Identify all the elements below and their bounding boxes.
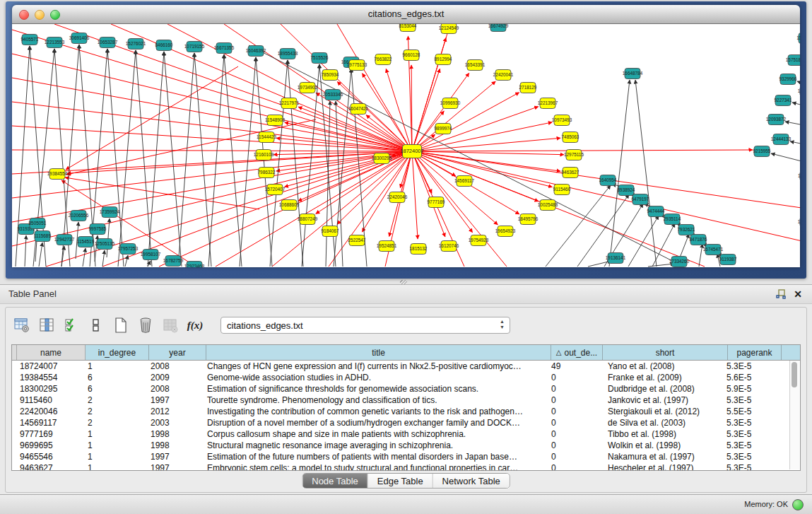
cell-pagerank[interactable]: 5.3E-5 [723,429,776,439]
cell-title[interactable]: Changes of HCN gene expression and I(f) … [204,361,548,371]
graph-node[interactable]: 19775133 [347,60,367,71]
cell-title[interactable]: Corpus callosum shape and size in male p… [204,429,548,439]
graph-node[interactable]: 12975115 [564,150,584,160]
graph-node[interactable]: 2522547 [348,235,366,246]
graph-node[interactable]: 10996930 [440,98,461,109]
table-row[interactable]: 1872400712008Changes of HCN gene express… [12,361,800,372]
cell-short[interactable]: Yano et al. (2008) [599,361,723,371]
scrollbar-thumb[interactable] [792,362,797,387]
graph-node[interactable]: 15720407 [265,185,286,195]
cell-out_degree[interactable]: 0 [548,384,599,394]
cell-short[interactable]: Dudbridge et al. (2008) [599,384,723,394]
graph-node[interactable]: 7986322 [258,168,276,178]
graph-node[interactable]: 8153044 [399,24,417,32]
table-row[interactable]: 1456911722003Disruption of a novel membe… [12,417,800,428]
table-vertical-scrollbar[interactable] [789,361,799,469]
graph-node[interactable]: 9660128 [403,50,420,61]
cell-pagerank[interactable]: 5.3E-5 [723,463,776,471]
cell-short[interactable]: Nakamura et al. (1997) [599,452,723,462]
graph-node[interactable]: 14569117 [454,176,474,187]
column-header-name[interactable]: name [17,345,86,360]
graph-node[interactable]: 12217971 [279,98,300,109]
graph-node[interactable]: 19136141 [606,253,626,264]
table-settings-button[interactable] [13,316,31,334]
graph-node[interactable]: 12505135 [95,239,115,250]
cell-pagerank[interactable]: 5.3E-5 [723,395,776,405]
cell-year[interactable]: 1998 [147,440,204,450]
graph-node[interactable]: 8912994 [435,54,452,65]
cell-out_degree[interactable]: 0 [548,418,599,428]
cell-name[interactable]: 9699695 [16,440,84,450]
cell-in_degree[interactable]: 1 [84,361,147,371]
cell-year[interactable]: 2012 [147,407,204,416]
table-row[interactable]: 1830029562008Estimation of significance … [12,383,800,395]
cell-out_degree[interactable]: 0 [548,395,599,405]
cell-year[interactable]: 1997 [147,452,204,462]
network-window-titlebar[interactable]: citations_edges.txt [12,5,800,24]
graph-node[interactable]: 20206556 [69,211,89,221]
graph-node[interactable]: 10719155 [184,42,205,52]
graph-node[interactable]: 18807249 [298,214,318,225]
cell-name[interactable]: 19384554 [16,373,84,382]
graph-node[interactable]: 9329966 [779,74,797,85]
graph-node[interactable]: 2718129 [519,83,537,93]
graph-node[interactable]: 7663822 [375,54,392,65]
cell-year[interactable]: 2003 [147,418,204,428]
cell-pagerank[interactable]: 5.3E-5 [723,440,776,450]
delete-column-button[interactable] [136,316,155,334]
column-header-short[interactable]: short [603,345,728,360]
graph-node[interactable]: 17957253 [118,244,139,255]
cell-in_degree[interactable]: 6 [84,384,147,394]
graph-node[interactable]: 12444133 [771,134,792,145]
graph-node[interactable]: 9115460 [553,185,571,195]
cell-short[interactable]: Franke et al. (2009) [599,373,723,382]
select-columns-button[interactable] [62,316,81,334]
graph-node[interactable]: 16047421 [348,104,369,115]
tab-edge-table[interactable]: Edge Table [368,474,433,488]
cell-pagerank[interactable]: 5.3E-5 [723,361,776,371]
cell-in_degree[interactable]: 1 [84,440,147,450]
graph-node[interactable]: 16543391 [465,60,486,71]
graph-node[interactable]: 18300295 [372,153,392,164]
cell-pagerank[interactable]: 5.6E-5 [723,373,776,382]
graph-node[interactable]: 7515526 [311,53,329,64]
graph-node[interactable]: 16782759 [163,256,184,267]
tab-network-table[interactable]: Network Table [433,474,510,488]
cell-out_degree[interactable]: 0 [548,429,599,439]
graph-node[interactable]: 19734902 [298,83,318,93]
graph-node[interactable]: 11544423 [257,132,276,143]
cell-short[interactable]: Stergiakouli et al. (2012) [599,407,723,416]
cell-in_degree[interactable]: 2 [84,395,147,405]
graph-node[interactable]: 18724007 [400,145,423,158]
graph-node[interactable]: 16671355 [214,43,235,54]
graph-node[interactable]: 8471876 [690,235,707,245]
table-mode-button[interactable] [87,316,105,334]
graph-node[interactable]: 6479197 [632,194,649,205]
cell-pagerank[interactable]: 5.3E-5 [723,452,776,462]
cell-pagerank[interactable]: 5.3E-5 [723,418,776,428]
graph-node[interactable]: 15751874 [786,55,800,66]
cell-in_degree[interactable]: 1 [84,452,147,462]
column-header-title[interactable]: title [206,345,551,360]
cell-name[interactable]: 9115460 [16,395,84,405]
graph-node[interactable]: 16120746 [439,241,459,252]
graph-node[interactable]: 19654923 [495,226,516,237]
cell-in_degree[interactable]: 2 [84,407,147,416]
column-header-year[interactable]: year [149,345,206,360]
graph-node[interactable]: 10025488 [538,200,558,211]
graph-node[interactable]: 7850934 [322,70,339,81]
cell-year[interactable]: 1997 [147,395,204,405]
cell-pagerank[interactable]: 5.5E-5 [723,407,776,416]
graph-node[interactable]: 8466160 [155,40,173,51]
cell-short[interactable]: Tibbo et al. (1998) [599,429,723,439]
graph-node[interactable]: 11081518 [798,171,800,182]
graph-node[interactable]: 19958107 [141,250,161,260]
cell-title[interactable]: Embryonic stem cells: a model to study s… [204,463,548,471]
graph-node[interactable]: 1640954 [599,175,617,186]
cell-out_degree[interactable]: 0 [548,407,599,416]
cell-name[interactable]: 18724007 [16,361,84,371]
cell-short[interactable]: de Silva et al. (2003) [599,418,723,428]
cell-in_degree[interactable]: 1 [84,463,147,471]
cell-name[interactable]: 9463627 [16,463,84,471]
graph-node[interactable]: 9215955 [753,146,771,157]
